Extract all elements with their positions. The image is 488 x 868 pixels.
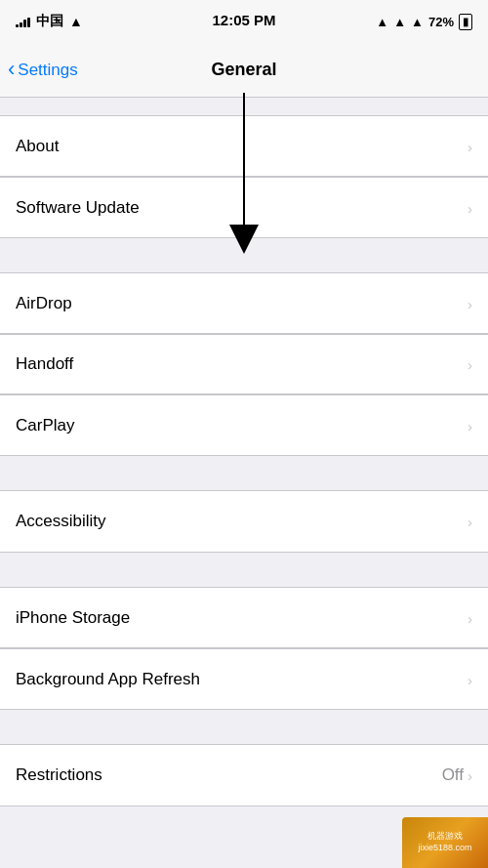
top-gap	[0, 98, 488, 115]
battery-icon: ▮	[459, 14, 472, 30]
location-icon: ▲	[376, 15, 388, 29]
watermark-text: 机器游戏jixie5188.com	[418, 831, 471, 853]
back-label: Settings	[18, 61, 77, 80]
status-icons: ▲ ▲ ▲ 72% ▮	[376, 14, 472, 30]
list-item-iphone-storage[interactable]: iPhone Storage ›	[0, 588, 488, 648]
carplay-chevron-icon: ›	[468, 418, 472, 434]
handoff-label: Handoff	[16, 354, 73, 374]
iphone-storage-chevron-icon: ›	[468, 610, 472, 627]
accessibility-chevron-icon: ›	[468, 514, 472, 530]
iphone-storage-label: iPhone Storage	[16, 608, 130, 628]
alarm-icon: ▲	[393, 15, 406, 29]
restrictions-chevron-icon: ›	[468, 767, 472, 784]
software-update-right: ›	[468, 199, 472, 217]
gap-3	[0, 553, 488, 587]
carplay-right: ›	[468, 417, 472, 434]
bluetooth-icon: ▲	[411, 15, 424, 29]
battery-percentage: 72%	[428, 15, 454, 29]
status-carrier: 中国 ▲	[16, 13, 83, 30]
background-app-refresh-chevron-icon: ›	[468, 672, 472, 688]
section-group-2: AirDrop › Handoff › CarPlay ›	[0, 272, 488, 456]
section-group-1: About › Software Update ›	[0, 115, 488, 238]
restrictions-label: Restrictions	[16, 765, 102, 785]
airdrop-right: ›	[468, 295, 472, 312]
settings-content: About › Software Update › AirDrop › Hand…	[0, 98, 488, 868]
list-item-software-update[interactable]: Software Update ›	[0, 177, 488, 237]
restrictions-right: Off ›	[442, 765, 472, 785]
section-group-5: Restrictions Off ›	[0, 744, 488, 806]
about-chevron-icon: ›	[468, 139, 472, 155]
page-title: General	[211, 60, 276, 80]
nav-bar: ‹ Settings General	[0, 43, 488, 98]
section-group-4: iPhone Storage › Background App Refresh …	[0, 587, 488, 710]
list-item-about[interactable]: About ›	[0, 116, 488, 177]
watermark: 机器游戏jixie5188.com	[402, 817, 488, 868]
section-group-3: Accessibility ›	[0, 490, 488, 553]
carplay-label: CarPlay	[16, 416, 74, 435]
gap-2	[0, 456, 488, 490]
handoff-chevron-icon: ›	[468, 356, 472, 373]
accessibility-right: ›	[468, 513, 472, 530]
about-label: About	[16, 137, 59, 156]
wifi-icon: ▲	[69, 14, 83, 29]
iphone-storage-right: ›	[468, 609, 472, 627]
restrictions-value: Off	[442, 765, 464, 785]
signal-icon	[16, 16, 30, 27]
status-time: 12:05 PM	[212, 12, 275, 28]
list-item-restrictions[interactable]: Restrictions Off ›	[0, 745, 488, 806]
airdrop-chevron-icon: ›	[468, 296, 472, 312]
background-app-refresh-label: Background App Refresh	[16, 670, 200, 689]
list-item-airdrop[interactable]: AirDrop ›	[0, 273, 488, 334]
software-update-chevron-icon: ›	[468, 200, 472, 217]
about-right: ›	[468, 138, 472, 155]
list-item-background-app-refresh[interactable]: Background App Refresh ›	[0, 648, 488, 709]
handoff-right: ›	[468, 355, 472, 373]
accessibility-label: Accessibility	[16, 512, 106, 531]
carrier-label: 中国	[36, 13, 63, 30]
status-bar: 中国 ▲ 12:05 PM ▲ ▲ ▲ 72% ▮	[0, 0, 488, 43]
airdrop-label: AirDrop	[16, 294, 72, 313]
list-item-accessibility[interactable]: Accessibility ›	[0, 491, 488, 552]
list-item-handoff[interactable]: Handoff ›	[0, 334, 488, 394]
background-app-refresh-right: ›	[468, 671, 472, 688]
back-button[interactable]: ‹ Settings	[8, 59, 78, 82]
software-update-label: Software Update	[16, 198, 140, 218]
list-item-carplay[interactable]: CarPlay ›	[0, 394, 488, 455]
gap-4	[0, 710, 488, 744]
back-chevron-icon: ‹	[8, 57, 15, 82]
gap-1	[0, 238, 488, 272]
